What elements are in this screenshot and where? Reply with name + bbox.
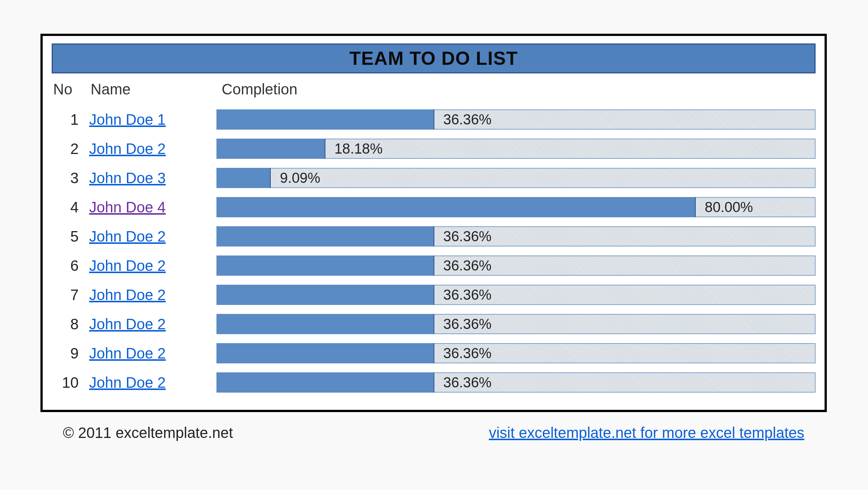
completion-bar: 36.36% — [216, 314, 816, 334]
row-name-link[interactable]: John Doe 4 — [89, 199, 166, 215]
bar-fill — [216, 372, 434, 393]
row-name-cell: John Doe 2 — [89, 228, 216, 245]
completion-bar: 36.36% — [216, 343, 816, 363]
col-header-completion: Completion — [218, 81, 816, 98]
bar-label: 36.36% — [434, 109, 492, 130]
table-row: 8John Doe 236.36% — [52, 309, 816, 339]
bar-label: 80.00% — [696, 197, 753, 217]
row-name-cell: John Doe 2 — [89, 316, 216, 333]
bar-fill — [216, 343, 434, 363]
bar-fill — [216, 109, 434, 130]
bar-fill — [216, 314, 434, 334]
completion-bar: 18.18% — [216, 139, 816, 159]
row-name-cell: John Doe 2 — [89, 287, 216, 303]
bar-fill — [216, 285, 434, 305]
footer-copyright: © 2011 exceltemplate.net — [63, 424, 233, 441]
title-text: TEAM TO DO LIST — [349, 48, 518, 69]
row-name-cell: John Doe 2 — [89, 374, 216, 391]
column-headers: No Name Completion — [52, 81, 816, 102]
row-name-link[interactable]: John Doe 2 — [89, 316, 166, 332]
bar-label: 36.36% — [434, 285, 492, 305]
table-row: 5John Doe 236.36% — [52, 222, 816, 251]
bar-label: 36.36% — [434, 314, 492, 334]
title-bar: TEAM TO DO LIST — [52, 43, 816, 73]
row-name-link[interactable]: John Doe 2 — [89, 374, 166, 391]
row-name-link[interactable]: John Doe 1 — [89, 111, 166, 128]
completion-bar: 36.36% — [216, 372, 816, 393]
row-no: 1 — [52, 111, 89, 128]
row-no: 4 — [52, 199, 89, 216]
row-name-link[interactable]: John Doe 2 — [89, 228, 166, 245]
bar-fill — [216, 168, 271, 188]
bar-fill — [216, 226, 434, 246]
completion-bar: 36.36% — [216, 255, 816, 276]
table-row: 2John Doe 218.18% — [52, 134, 816, 163]
bar-fill — [216, 197, 696, 217]
table-row: 9John Doe 236.36% — [52, 339, 816, 368]
bar-label: 36.36% — [434, 226, 492, 246]
row-no: 6 — [52, 257, 89, 274]
rows-container: 1John Doe 136.36%2John Doe 218.18%3John … — [52, 105, 816, 397]
row-name-cell: John Doe 3 — [89, 170, 216, 187]
row-name-cell: John Doe 2 — [89, 345, 216, 362]
row-no: 9 — [52, 345, 89, 362]
row-name-cell: John Doe 1 — [89, 111, 216, 128]
row-no: 10 — [52, 374, 89, 391]
row-no: 2 — [52, 140, 89, 157]
row-name-link[interactable]: John Doe 2 — [89, 345, 166, 362]
bar-fill — [216, 139, 325, 159]
row-name-link[interactable]: John Doe 3 — [89, 170, 166, 186]
row-name-link[interactable]: John Doe 2 — [89, 257, 166, 274]
bar-label: 9.09% — [271, 168, 320, 188]
row-no: 8 — [52, 316, 89, 333]
table-row: 10John Doe 236.36% — [52, 368, 816, 397]
row-name-cell: John Doe 2 — [89, 140, 216, 157]
table-row: 7John Doe 236.36% — [52, 280, 816, 309]
completion-bar: 80.00% — [216, 197, 816, 217]
table-row: 1John Doe 136.36% — [52, 105, 816, 134]
completion-bar: 9.09% — [216, 168, 816, 188]
row-name-cell: John Doe 2 — [89, 257, 216, 274]
table-row: 6John Doe 236.36% — [52, 251, 816, 280]
table-row: 3John Doe 39.09% — [52, 163, 816, 193]
row-no: 5 — [52, 228, 89, 245]
completion-bar: 36.36% — [216, 109, 816, 130]
footer: © 2011 exceltemplate.net visit exceltemp… — [40, 420, 827, 446]
row-name-link[interactable]: John Doe 2 — [89, 140, 166, 157]
bar-label: 18.18% — [325, 139, 383, 159]
row-no: 3 — [52, 170, 89, 187]
row-no: 7 — [52, 287, 89, 303]
bar-label: 36.36% — [434, 372, 492, 393]
completion-bar: 36.36% — [216, 285, 816, 305]
row-name-link[interactable]: John Doe 2 — [89, 287, 166, 303]
col-header-name: Name — [91, 81, 218, 98]
row-name-cell: John Doe 4 — [89, 199, 216, 216]
table-row: 4John Doe 480.00% — [52, 193, 816, 222]
footer-link[interactable]: visit exceltemplate.net for more excel t… — [489, 424, 804, 441]
bar-label: 36.36% — [434, 255, 492, 276]
bar-fill — [216, 255, 434, 276]
completion-bar: 36.36% — [216, 226, 816, 246]
col-header-no: No — [52, 81, 91, 98]
todo-card: TEAM TO DO LIST No Name Completion 1John… — [40, 34, 827, 412]
bar-label: 36.36% — [434, 343, 492, 363]
